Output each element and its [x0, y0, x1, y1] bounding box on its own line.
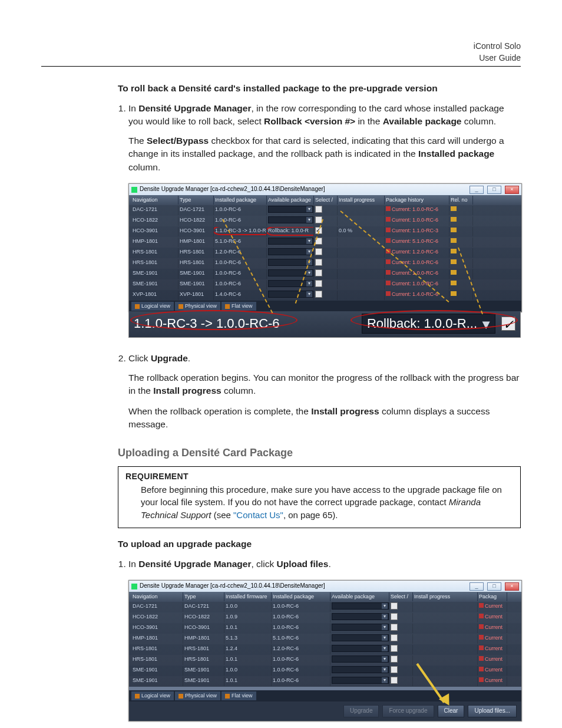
cell-rel-no[interactable] — [449, 206, 473, 215]
available-package-dropdown[interactable]: ▾ — [332, 677, 389, 684]
cell-rel-no[interactable] — [449, 248, 473, 258]
cell-available-package[interactable]: ▾ — [330, 645, 389, 654]
maximize-button[interactable]: □ — [487, 186, 501, 194]
cell-rel-no[interactable] — [449, 216, 473, 226]
contact-us-link[interactable]: "Contact Us" — [233, 510, 283, 520]
available-package-dropdown[interactable]: ▾ — [268, 238, 313, 245]
cell-available-package[interactable]: ▾ — [330, 624, 389, 633]
available-package-dropdown[interactable]: ▾ — [268, 216, 313, 223]
select-checkbox[interactable] — [391, 655, 398, 663]
cell-rel-no[interactable] — [449, 238, 473, 247]
table-row[interactable]: HRS-1801HRS-18011.2.41.2.0-RC-6▾Current — [129, 644, 521, 655]
col-rel-no[interactable]: Rel. no — [449, 196, 473, 205]
table-row[interactable]: SME-1901SME-19011.0.01.0.0-RC-6▾Current — [129, 666, 521, 676]
cell-available-package[interactable]: ▾ — [267, 269, 314, 279]
tab-physical-view[interactable]: Physical view — [175, 691, 220, 700]
table-row[interactable]: HCO-3901HCO-39011.1.0-RC-3 -> 1.0.0-RC-6… — [129, 226, 521, 237]
col-package[interactable]: Packag — [478, 592, 507, 601]
cell-available-package[interactable]: ▾ — [330, 677, 389, 686]
cell-select[interactable] — [389, 666, 413, 676]
cell-available-package[interactable]: ▾ — [267, 248, 314, 258]
table-row[interactable]: HRS-1801HRS-18011.2.0-RC-6▾Current: 1.2.… — [129, 248, 521, 258]
available-package-dropdown[interactable]: ▾ — [332, 645, 389, 652]
col-installed-package[interactable]: Installed package — [272, 592, 330, 601]
zoom-available-package-dropdown[interactable]: Rollback: 1.0.0-R... ▼ — [362, 314, 495, 334]
col-navigation[interactable]: Navigation — [131, 196, 178, 205]
cell-select[interactable] — [389, 613, 413, 622]
select-checkbox[interactable] — [315, 291, 322, 298]
col-installed-firmware[interactable]: Installed firmware — [224, 592, 272, 601]
cell-available-package[interactable]: ▾ — [267, 280, 314, 289]
available-package-dropdown[interactable]: ▾ — [332, 613, 389, 620]
available-package-dropdown[interactable]: ▾ — [268, 206, 313, 213]
col-available-package[interactable]: Available package — [267, 196, 314, 205]
table-row[interactable]: SME-1901SME-19011.0.0-RC-6▾Current: 1.0.… — [129, 279, 521, 290]
cell-select[interactable] — [314, 216, 338, 226]
cell-select[interactable] — [389, 634, 413, 644]
col-type[interactable]: Type — [178, 196, 214, 205]
select-checkbox[interactable] — [315, 248, 322, 255]
cell-select[interactable] — [314, 227, 338, 236]
minimize-button[interactable]: _ — [470, 186, 484, 194]
clear-button[interactable]: Clear — [438, 705, 465, 717]
select-checkbox[interactable] — [315, 206, 322, 213]
upgrade-button[interactable]: Upgrade — [343, 705, 379, 717]
cell-rel-no[interactable] — [449, 227, 473, 236]
col-install-progress[interactable]: Install progress — [413, 592, 478, 601]
available-package-dropdown[interactable]: ▾ — [268, 291, 313, 298]
cell-available-package[interactable]: ▾ — [330, 634, 389, 644]
select-checkbox[interactable] — [315, 227, 322, 234]
close-button[interactable]: × — [505, 186, 519, 194]
cell-available-package[interactable]: ▾ — [267, 238, 314, 247]
select-checkbox[interactable] — [391, 602, 398, 610]
cell-available-package[interactable]: ▾ — [267, 291, 314, 300]
table-row[interactable]: HCO-1822HCO-18221.0.0-RC-6▾Current: 1.0.… — [129, 216, 521, 226]
select-checkbox[interactable] — [315, 216, 322, 223]
col-navigation[interactable]: Navigation — [131, 592, 183, 601]
select-checkbox[interactable] — [391, 613, 398, 620]
upload-files-button[interactable]: Upload files... — [468, 705, 517, 717]
table-row[interactable]: HRS-1801HRS-18011.0.0-RC-6▾Current: 1.0.… — [129, 258, 521, 269]
table-row[interactable]: HCO-3901HCO-39011.0.11.0.0-RC-6▾Current — [129, 623, 521, 634]
col-available-package[interactable]: Available package — [330, 592, 389, 601]
col-package-history[interactable]: Package history — [385, 196, 449, 205]
table-row[interactable]: XVP-1801XVP-18011.4.0-RC-6▾Current: 1.4.… — [129, 290, 521, 301]
tab-logical-view[interactable]: Logical view — [131, 691, 174, 700]
select-checkbox[interactable] — [315, 238, 322, 245]
col-install-progress[interactable]: Install progress — [338, 196, 385, 205]
cell-select[interactable] — [389, 677, 413, 686]
cell-select[interactable] — [314, 280, 338, 289]
available-package-dropdown[interactable]: ▾ — [332, 655, 389, 663]
available-package-dropdown[interactable]: ▾ — [332, 634, 389, 641]
table-row[interactable]: HCO-1822HCO-18221.0.91.0.0-RC-6▾Current — [129, 612, 521, 623]
tab-flat-view[interactable]: Flat view — [222, 302, 256, 311]
cell-select[interactable] — [314, 248, 338, 258]
select-checkbox[interactable] — [391, 634, 398, 641]
cell-available-package[interactable]: ▾ — [267, 206, 314, 215]
cell-select[interactable] — [314, 259, 338, 268]
cell-rel-no[interactable] — [449, 259, 473, 268]
cell-select[interactable] — [314, 269, 338, 279]
tab-logical-view[interactable]: Logical view — [131, 302, 174, 311]
cell-available-package[interactable]: ▾ — [330, 602, 389, 612]
col-select[interactable]: Select / — [314, 196, 338, 205]
col-installed-package[interactable]: Installed package — [214, 196, 267, 205]
cell-select[interactable] — [314, 238, 338, 247]
cell-select[interactable] — [389, 602, 413, 612]
cell-select[interactable] — [314, 206, 338, 215]
select-checkbox[interactable] — [391, 624, 398, 631]
select-checkbox[interactable] — [391, 666, 398, 673]
col-select[interactable]: Select / — [389, 592, 413, 601]
available-package-dropdown[interactable]: ▾ — [268, 269, 313, 276]
table-row[interactable]: DAC-1721DAC-17211.0.01.0.0-RC-6▾Current — [129, 602, 521, 612]
available-package-dropdown[interactable]: ▾ — [332, 602, 389, 610]
cell-available-package[interactable]: ▾ — [330, 613, 389, 622]
cell-select[interactable] — [389, 655, 413, 665]
tab-flat-view[interactable]: Flat view — [222, 691, 256, 700]
cell-select[interactable] — [389, 624, 413, 633]
cell-available-package[interactable]: ▾ — [330, 655, 389, 665]
table-row[interactable]: HMP-1801HMP-18015.1.0-RC-6▾Current: 5.1.… — [129, 237, 521, 248]
minimize-button[interactable]: _ — [470, 582, 484, 591]
select-checkbox[interactable] — [391, 677, 398, 684]
cell-rel-no[interactable] — [449, 269, 473, 279]
